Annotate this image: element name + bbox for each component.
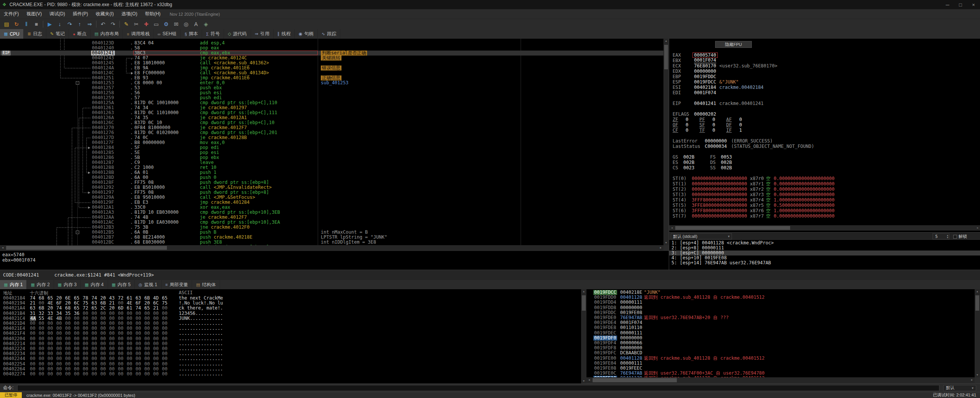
stack-row[interactable]: 0019FDF800000000	[586, 346, 975, 351]
register-row[interactable]: EBP0019FDDC	[669, 74, 980, 79]
dump-row[interactable]: 0040222400000000000000000000000000000000…	[0, 346, 581, 351]
menu-item[interactable]: 视图(V)	[23, 11, 46, 17]
disasm-row[interactable]: 0040127F.B8 00000000mov eax,0	[0, 140, 663, 145]
stack-horizontal-scrollbar[interactable]: ◄ ►	[586, 377, 975, 383]
disasm-row[interactable]: 00401263.817D 0C 11010000cmp dword ptr s…	[0, 110, 663, 115]
disasm-row[interactable]: 004012AC.817D 10 EA030000cmp dword ptr s…	[0, 220, 663, 225]
disasm-row[interactable]: 00401253.C8 0000 00enter 0,0sub_401253	[0, 80, 663, 85]
scrollbar-thumb[interactable]	[582, 295, 586, 311]
register-row[interactable]: EIP00401241crackme.00401241	[669, 101, 980, 106]
disasm-row[interactable]: 00401292.E8 B5010000call <JMP.&Invalidat…	[0, 185, 663, 190]
scissors-icon[interactable]: ✂	[131, 21, 141, 27]
dump-row[interactable]: 0040224400000000000000000000000000000000…	[0, 356, 581, 361]
stack-row[interactable]: 0019FDCC0040218E"JUNK"	[586, 290, 975, 295]
disasm-row[interactable]: 004012B3.75 3Bjne crackme.4012F0	[0, 225, 663, 230]
scrollbar-thumb[interactable]	[6, 246, 167, 250]
disasm-row[interactable]: 004012B5.6A 0Bpush Bint nMaxCount = B	[0, 230, 663, 235]
disasm-row[interactable]: 0040128B.6A 01push 1	[0, 170, 663, 175]
dump-row[interactable]: 004021B431323334353600000000000000000000…	[0, 311, 581, 316]
menu-item[interactable]: 选项(O)	[118, 11, 141, 17]
register-row[interactable]: ST(6)3FFF8000000000000000x87r6空1.0000000…	[669, 208, 980, 213]
register-row[interactable]: ST(3)00000000000000000000x87r3空0.0000000…	[669, 192, 980, 197]
bottom-tab-struct[interactable]: ▤结构体	[192, 280, 220, 289]
memory-dump-view[interactable]: 地址 十六进制 ASCII 00402184746865206E65787420…	[0, 289, 581, 383]
stack-row[interactable]: 0019FDD400000111	[586, 300, 975, 305]
disasm-row[interactable]: 00401251.EB 93jmp crackme.4011E6正确信息	[0, 75, 663, 80]
stack-row[interactable]: 0019FDFCDCBAABCD	[586, 351, 975, 355]
disasm-row[interactable]: 00401287.C9leave	[0, 160, 663, 165]
restart-icon[interactable]: ↻	[11, 21, 21, 27]
message-icon[interactable]: ✉	[171, 21, 181, 27]
bottom-tab-memory-4[interactable]: ▦内存 4	[81, 280, 108, 289]
register-row[interactable]: ECX76E80170<user32.sub_76E80170>	[669, 63, 980, 69]
scroll-right-arrow-icon[interactable]: ►	[969, 377, 975, 383]
disasm-row[interactable]: 0040124C.E8 FC000000call <crackme.sub_40…	[0, 70, 663, 75]
disasm-row[interactable]: 0040129A.E8 95010000call <JMP.&SetFocus>	[0, 195, 663, 200]
stop-icon[interactable]: ■	[31, 21, 41, 27]
disasm-row[interactable]: 004012AA.74 4Bje crackme.4012F7	[0, 215, 663, 220]
disasm-row[interactable]: 0040126A.74 35je crackme.4012A1	[0, 115, 663, 120]
register-row[interactable]: ST(1)00000000000000000000x87r1空0.0000000…	[669, 181, 980, 187]
register-row[interactable]: ST(4)3FFF8000000000000000x87r4空1.0000000…	[669, 197, 980, 203]
disasm-row[interactable]: 0040127D.74 0Cje crackme.40128B	[0, 135, 663, 140]
bottom-tab-locals[interactable]: ≡局部变量	[162, 280, 192, 289]
flag-value[interactable]: 0	[712, 122, 715, 128]
maximize-button[interactable]: □	[954, 0, 967, 9]
register-row[interactable]: LastStatusC0000034(STATUS_OBJECT_NAME_NO…	[669, 144, 980, 149]
shield-icon[interactable]: ◈	[201, 21, 211, 27]
scrollbar-thumb[interactable]	[675, 226, 790, 230]
dump-row[interactable]: 0040225400000000000000000000000000000000…	[0, 362, 581, 367]
stack-row[interactable]: 0019FDE800110110	[586, 325, 975, 330]
stack-row[interactable]: 0019FDD000401128返回到 crackme.sub_401128 自…	[586, 295, 975, 300]
dump-row[interactable]: 004021E400000000000000000000000000000000…	[0, 326, 581, 331]
disasm-row[interactable]: 0040123D.83C4 04add esp,4	[0, 41, 663, 46]
close-button[interactable]: ×	[967, 0, 980, 9]
command-profile-select[interactable]: 默认 ▾	[943, 385, 976, 391]
scroll-down-arrow-icon[interactable]: ▼	[663, 241, 669, 245]
disasm-row[interactable]: 00401285.5Epop esi	[0, 150, 663, 155]
minimize-button[interactable]: ─	[941, 0, 954, 9]
disasm-row[interactable]: 00401286.5Bpop ebx	[0, 155, 663, 160]
disassembly-horizontal-scrollbar[interactable]: ◄ ►	[0, 245, 663, 251]
dump-row[interactable]: 0040226400000000000000000000000000000000…	[0, 367, 581, 372]
dump-row[interactable]: 0040219421004E6F206C75636B21004E6F206C75…	[0, 301, 581, 306]
dump-vertical-scrollbar[interactable]: ▲ ▼	[581, 289, 586, 383]
disasm-row[interactable]: 0040126C.837D 0C 10cmp dword ptr ss:[ebp…	[0, 120, 663, 125]
disasm-row[interactable]: 00401245.E8 18010000call <crackme.sub_40…	[0, 61, 663, 66]
register-row[interactable]: ST(0)00000000000000000000x87r0空0.0000000…	[669, 176, 980, 181]
register-row[interactable]: CS0023SS002B	[669, 165, 980, 170]
register-row[interactable]: ST(5)3FFE8000000000000000x87r5空0.5000000…	[669, 203, 980, 208]
dump-row[interactable]: 0040223400000000000000000000000000000000…	[0, 351, 581, 356]
register-row[interactable]: ESI00402184crackme.00402184	[669, 85, 980, 90]
step-out-icon[interactable]: ↑	[75, 21, 85, 27]
stack-row[interactable]: 0019FDF400000066	[586, 341, 975, 346]
disasm-row[interactable]: 0040128D.6A 00push 0	[0, 175, 663, 180]
scroll-left-arrow-icon[interactable]: ◄	[586, 377, 592, 383]
tab-notes[interactable]: ✎笔记	[46, 29, 69, 39]
menu-item[interactable]: 文件(F)	[0, 11, 23, 17]
register-row[interactable]: EAX00005740	[669, 52, 980, 58]
tab-log[interactable]: ≣日志	[24, 29, 46, 39]
step-into-icon[interactable]: ↓	[55, 21, 65, 27]
function-fold-icon[interactable]: -	[76, 231, 79, 234]
dump-row[interactable]: 004021A4636B2074686572652C206D6174652100…	[0, 306, 581, 311]
flag-value[interactable]: 0	[686, 122, 688, 128]
command-input[interactable]	[17, 385, 939, 391]
disasm-row[interactable]: 004012B7.68 8E214000push crackme.40218EL…	[0, 235, 663, 240]
flag-value[interactable]: 0	[686, 117, 688, 122]
bottom-tab-memory-2[interactable]: ▦内存 2	[27, 280, 54, 289]
disasm-row[interactable]: 00401276.817D 0C 01020000cmp dword ptr s…	[0, 130, 663, 135]
stack-row[interactable]: 0019FDE40001F074	[586, 320, 975, 325]
register-row[interactable]: ESP0019FDCC&"JUNK"	[669, 79, 980, 85]
registers-panel[interactable]: 隐藏FPU EAX00005740EBX0001F074ECX76E80170<…	[669, 39, 980, 270]
disasm-row[interactable]: 00401240.58pop eax	[0, 46, 663, 51]
tab-call-stack[interactable]: ≡调用堆栈	[123, 29, 154, 39]
disasm-row[interactable]: 0040129F.EB E3jmp crackme.401284	[0, 200, 663, 205]
disasm-row[interactable]: 004012A3.817D 10 EB030000cmp dword ptr s…	[0, 210, 663, 215]
tab-seh[interactable]: ∞SEH链	[154, 29, 181, 39]
stack-row[interactable]: 0019FDF000000000	[586, 336, 975, 341]
disasm-row[interactable]: 00401257.53push ebx	[0, 85, 663, 90]
tab-memory-map[interactable]: ▤内存布局	[91, 29, 123, 39]
scroll-right-arrow-icon[interactable]: ►	[658, 245, 663, 251]
open-file-icon[interactable]: ▤	[2, 21, 11, 27]
